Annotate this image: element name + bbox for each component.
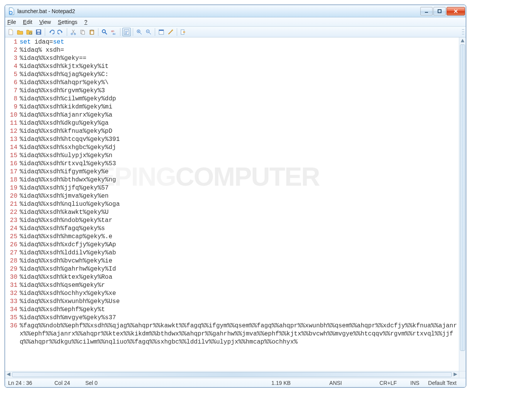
code-text[interactable]: set idaq=set	[19, 38, 466, 46]
menu-help[interactable]: ?	[84, 19, 87, 25]
code-text[interactable]: %idaq%%xsdh%ajanrx%geky%a	[19, 111, 466, 119]
status-ins: INS	[410, 380, 424, 386]
code-text[interactable]: %idaq%%xsdh%ktex%geky%Roa	[19, 273, 466, 281]
code-text[interactable]: %idaq%%xsdh%qjag%geky%C:	[19, 71, 466, 79]
minimize-button[interactable]	[420, 7, 433, 15]
line-number: 24	[5, 225, 19, 233]
wordwrap-icon[interactable]	[122, 28, 131, 36]
open-icon[interactable]	[16, 28, 24, 36]
code-text[interactable]: %idaq%%xsdh%gahrhw%geky%Id	[19, 265, 466, 273]
code-text[interactable]: %idaq%%xsdh%jjfq%geky%57	[19, 184, 466, 192]
code-text[interactable]: %idaq%%xsdh%jmva%geky%en	[19, 192, 466, 200]
editor-area[interactable]: EPINGCOMPUTER 1set idaq=set2%idaq% xsdh=…	[5, 37, 466, 378]
line-number: 8	[5, 95, 19, 103]
code-text[interactable]: %idaq%%xsdh%hmcap%geky%.e	[19, 233, 466, 241]
scroll-thumb[interactable]	[12, 372, 452, 377]
code-text[interactable]: %idaq%%xsdh%bthdwx%geky%ng	[19, 176, 466, 184]
code-text[interactable]: %idaq%%xsdh%mvgye%geky%s37	[19, 314, 466, 322]
svg-rect-4	[438, 10, 441, 13]
code-text[interactable]: %idaq%%xsdh%htcqqv%geky%391	[19, 135, 466, 144]
menu-edit[interactable]: Edit	[23, 19, 32, 25]
paste-icon[interactable]	[88, 28, 96, 36]
toolbar-grip-icon	[462, 29, 464, 36]
line-number: 35	[5, 314, 19, 322]
code-text[interactable]: %idaq%%xsdh%ndob%geky%tar	[19, 217, 466, 225]
code-text[interactable]: %idaq%%xsdh%kawkt%geky%U	[19, 208, 466, 217]
find-icon[interactable]	[100, 28, 109, 36]
code-text[interactable]: %idaq%%xsdh%kikdm%geky%mi	[19, 103, 466, 111]
redo-icon[interactable]	[56, 28, 65, 36]
scheme-icon[interactable]	[157, 28, 166, 36]
svg-rect-12	[82, 31, 85, 34]
new-file-icon[interactable]	[7, 28, 15, 36]
code-text[interactable]: %idaq%%xsdh%sxhgbc%geky%dj	[19, 144, 466, 152]
replace-icon[interactable]: abac	[110, 28, 118, 36]
svg-rect-3	[425, 12, 428, 13]
code-line: 29%idaq%%xsdh%gahrhw%geky%Id	[5, 265, 466, 273]
code-text[interactable]: %idaq%%xsdh%kfnua%geky%pD	[19, 127, 466, 135]
line-number: 11	[5, 119, 19, 127]
svg-rect-15	[91, 29, 93, 30]
line-number: 30	[5, 273, 19, 281]
cut-icon[interactable]	[69, 28, 78, 36]
code-line: 21%idaq%%xsdh%nqliuo%geky%oga	[5, 200, 466, 208]
code-text[interactable]: %fagq%%ndob%%ephf%%xsdh%%qjag%%ahqpr%%ka…	[19, 322, 466, 346]
zoom-out-icon[interactable]	[144, 28, 153, 36]
code-text[interactable]: %idaq%%xsdh%xdcfjy%geky%Ap	[19, 241, 466, 249]
code-line: 36%fagq%%ndob%%ephf%%xsdh%%qjag%%ahqpr%%…	[5, 322, 466, 346]
svg-rect-23	[159, 30, 164, 31]
status-selection: Sel 0	[85, 380, 128, 386]
scroll-thumb[interactable]	[460, 44, 465, 351]
code-line: 13%idaq%%xsdh%htcqqv%geky%391	[5, 135, 466, 144]
code-text[interactable]: %idaq% xsdh=	[19, 46, 466, 54]
explorer-icon[interactable]	[25, 28, 34, 36]
toolbar-separator	[177, 28, 177, 36]
copy-icon[interactable]	[78, 28, 87, 36]
zoom-in-icon[interactable]	[135, 28, 144, 36]
vertical-scrollbar[interactable]: ▲ ▼	[459, 37, 466, 378]
status-filesize: 1.19 KB	[271, 380, 325, 386]
exit-icon[interactable]	[179, 28, 188, 36]
code-text[interactable]: %idaq%%xsdh%ochhyx%geky%xe	[19, 290, 466, 298]
code-text[interactable]: %idaq%%xsdh%xwunbh%geky%Use	[19, 298, 466, 306]
code-line: 22%idaq%%xsdh%kawkt%geky%U	[5, 208, 466, 217]
code-text[interactable]: %idaq%%xsdh%fagq%geky%s	[19, 225, 466, 233]
code-text[interactable]: %idaq%%xsdh%kjtx%geky%it	[19, 63, 466, 71]
code-text[interactable]: %idaq%%xsdh%ifgym%geky%e	[19, 168, 466, 176]
code-text[interactable]: %idaq%%xsdh%bvcwh%geky%ie	[19, 257, 466, 265]
save-icon[interactable]	[34, 28, 43, 36]
maximize-button[interactable]	[433, 7, 446, 15]
close-button[interactable]	[447, 7, 465, 15]
titlebar[interactable]: launcher.bat - Notepad2	[5, 5, 466, 17]
line-number: 6	[5, 79, 19, 87]
code-line: 32%idaq%%xsdh%ochhyx%geky%xe	[5, 290, 466, 298]
customize-icon[interactable]	[166, 28, 175, 36]
svg-rect-7	[37, 30, 40, 32]
code-text[interactable]: %idaq%%xsdh%ulypjx%geky%n	[19, 152, 466, 160]
svg-text:ab: ab	[111, 30, 114, 32]
line-number: 25	[5, 233, 19, 241]
horizontal-scrollbar[interactable]: ◀ ▶	[5, 371, 459, 378]
code-text[interactable]: %idaq%%xsdh%cilwm%geky%ddp	[19, 95, 466, 103]
menu-view[interactable]: View	[39, 19, 51, 25]
menu-settings[interactable]: Settings	[58, 19, 78, 25]
toolbar-separator	[155, 28, 155, 36]
code-text[interactable]: %idaq%%xsdh%lddilv%geky%ab	[19, 249, 466, 257]
undo-icon[interactable]	[47, 28, 56, 36]
code-line: 24%idaq%%xsdh%fagq%geky%s	[5, 225, 466, 233]
scroll-right-icon[interactable]: ▶	[452, 371, 459, 378]
code-text[interactable]: %idaq%%xsdh%ephf%geky%t	[19, 306, 466, 314]
toolbar-separator	[133, 28, 133, 36]
code-text[interactable]: %idaq%%xsdh%nqliuo%geky%oga	[19, 200, 466, 208]
line-number: 1	[5, 38, 19, 46]
code-text[interactable]: %idaq%%xsdh%rgvm%geky%3	[19, 87, 466, 95]
code-text[interactable]: %idaq%%xsdh%ahqpr%geky%\	[19, 79, 466, 87]
code-text[interactable]: %idaq%%xsdh%rtxvql%geky%53	[19, 160, 466, 168]
code-text[interactable]: %idaq%%xsdh%dkgu%geky%ga	[19, 119, 466, 127]
scroll-left-icon[interactable]: ◀	[5, 371, 12, 378]
code-text[interactable]: %idaq%%xsdh%qsem%geky%r	[19, 281, 466, 290]
scroll-up-icon[interactable]: ▲	[459, 37, 466, 44]
menu-file[interactable]: File	[7, 19, 16, 25]
line-number: 32	[5, 290, 19, 298]
code-text[interactable]: %idaq%%xsdh%geky==	[19, 54, 466, 63]
